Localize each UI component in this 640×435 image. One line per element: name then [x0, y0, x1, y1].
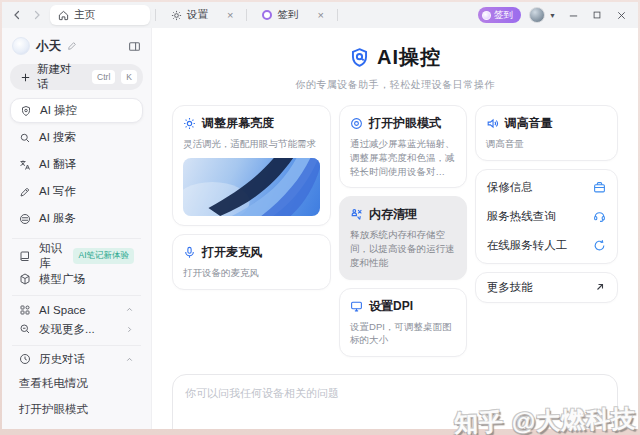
- pencil-icon[interactable]: [67, 41, 77, 51]
- card-title: 内存清理: [369, 206, 417, 223]
- history-item[interactable]: 查看耗电情况: [10, 370, 143, 396]
- user-avatar[interactable]: [529, 7, 545, 23]
- tab-settings[interactable]: 设置 ×: [163, 5, 241, 25]
- chevron-up-icon[interactable]: [125, 355, 134, 364]
- sidebar-item-label: 知识库: [39, 241, 63, 271]
- quick-action-label: 在线服务转人工: [487, 238, 568, 253]
- sidebar-item-ai-translate[interactable]: AI 翻译: [10, 152, 143, 177]
- sidebar-item-ai-space[interactable]: AI Space: [10, 301, 143, 318]
- quick-action-label: 服务热线查询: [487, 209, 556, 224]
- eye-icon: [350, 117, 363, 130]
- history-item[interactable]: 打开护眼模式: [10, 396, 143, 422]
- plus-icon: [20, 72, 31, 83]
- sidebar-item-label: AI 服务: [39, 211, 76, 226]
- sidebar-item-label: AI 写作: [39, 184, 76, 199]
- card-brightness[interactable]: 调整屏幕亮度 灵活调光，适配用眼与节能需求: [172, 105, 331, 226]
- card-dpi[interactable]: 设置DPI 设置DPI，可调整桌面图标的大小: [339, 288, 467, 358]
- kbd-k: K: [121, 70, 137, 84]
- sidebar-item-label: 发现更多...: [39, 322, 95, 337]
- sidebar-item-discover-more[interactable]: 发现更多...: [10, 320, 143, 337]
- sidebar-item-knowledge[interactable]: 知识库 AI笔记新体验: [10, 244, 143, 269]
- more-skills-card[interactable]: 更多技能: [475, 272, 618, 303]
- tab-checkin[interactable]: 签到 ×: [254, 5, 331, 25]
- card-title: 打开护眼模式: [369, 115, 441, 132]
- chevron-up-icon[interactable]: [125, 305, 134, 314]
- quick-action-hotline[interactable]: 服务热线查询: [476, 202, 617, 231]
- knowledge-icon: [19, 250, 31, 262]
- sidebar-item-ai-search[interactable]: AI 搜索: [10, 125, 143, 150]
- card-desc: 调高音量: [486, 137, 607, 151]
- card-title: 设置DPI: [369, 298, 413, 315]
- card-desc: 设置DPI，可调整桌面图标的大小: [350, 320, 456, 348]
- titlebar: 主页 设置 × 签到 × 签到 ▼: [2, 2, 638, 28]
- sidebar-item-ai-services[interactable]: AI 服务: [10, 206, 143, 231]
- sidebar-item-label: AI 搜索: [39, 130, 76, 145]
- quick-action-agent[interactable]: 在线服务转人工: [476, 231, 617, 260]
- sidebar-item-ai-control[interactable]: AI 操控: [10, 98, 143, 123]
- tab-home-label: 主页: [74, 8, 95, 22]
- ai-control-shield-icon: [349, 47, 370, 68]
- minimize-button[interactable]: [562, 6, 584, 24]
- tab-separator: [246, 9, 247, 21]
- gear-icon: [171, 10, 182, 21]
- home-icon: [58, 10, 69, 21]
- quick-action-label: 保修信息: [487, 180, 533, 195]
- maximize-button[interactable]: [586, 6, 608, 24]
- sidebar-item-label: 历史对话: [39, 352, 85, 367]
- card-desc: 打开设备的麦克风: [183, 266, 320, 280]
- divider: [12, 345, 141, 346]
- profile-avatar[interactable]: [12, 37, 30, 55]
- agent-transfer-icon: [593, 239, 606, 252]
- checkin-badge-label: 签到: [494, 9, 513, 22]
- main-content: AI操控 你的专属设备助手，轻松处理设备日常操作 调整屏幕亮度 灵活调光，适配用…: [152, 28, 638, 429]
- tab-close-icon[interactable]: ×: [317, 10, 323, 21]
- checkin-badge[interactable]: 签到: [478, 7, 521, 23]
- tab-home[interactable]: 主页: [50, 5, 150, 25]
- warranty-box-icon: [593, 181, 606, 194]
- speaker-icon: [486, 117, 499, 130]
- card-title: 调高音量: [505, 115, 553, 132]
- sidebar-item-ai-writing[interactable]: AI 写作: [10, 179, 143, 204]
- sidebar-item-history[interactable]: 历史对话: [10, 351, 143, 368]
- brightness-preview-image: [183, 158, 320, 216]
- memory-clean-icon: [350, 208, 363, 221]
- card-eye-mode[interactable]: 打开护眼模式 通过减少屏幕蓝光辐射、调整屏幕亮度和色温，减轻长时间使用设备对…: [339, 105, 467, 188]
- card-microphone[interactable]: 打开麦克风 打开设备的麦克风: [172, 234, 331, 290]
- forward-arrow-icon[interactable]: [28, 6, 46, 24]
- sidebar-item-label: AI 操控: [40, 103, 77, 118]
- tab-close-icon[interactable]: ×: [227, 10, 233, 21]
- quick-action-warranty[interactable]: 保修信息: [476, 173, 617, 202]
- services-icon: [19, 213, 31, 225]
- new-chat-label: 新建对话: [37, 62, 80, 92]
- quick-actions-card: 保修信息 服务热线查询: [475, 169, 618, 264]
- tab-separator: [337, 9, 338, 21]
- chevron-right-icon[interactable]: [125, 325, 134, 334]
- more-skills-label: 更多技能: [487, 280, 533, 295]
- page-subtitle: 你的专属设备助手，轻松处理设备日常操作: [152, 78, 638, 92]
- skill-card-grid: 调整屏幕亮度 灵活调光，适配用眼与节能需求: [172, 105, 618, 357]
- translate-icon: [19, 159, 31, 171]
- coin-icon: [482, 11, 491, 20]
- sidebar-item-model-plaza[interactable]: 模型广场: [10, 271, 143, 288]
- close-button[interactable]: [610, 6, 632, 24]
- pen-icon: [19, 186, 31, 198]
- card-volume[interactable]: 调高音量 调高音量: [475, 105, 618, 161]
- search-icon: [19, 132, 31, 144]
- watermark: 知乎 @大燃科技: [454, 403, 637, 435]
- card-title: 打开麦克风: [202, 244, 262, 261]
- brightness-icon: [183, 117, 196, 130]
- new-chat-button[interactable]: 新建对话 Ctrl K: [10, 64, 143, 90]
- monitor-icon: [350, 300, 363, 313]
- hotline-headset-icon: [593, 210, 606, 223]
- tab-separator: [155, 9, 156, 21]
- sidebar: 小天 新建对话 Ctrl K: [2, 28, 152, 429]
- clock-icon: [19, 353, 31, 365]
- app-window: 主页 设置 × 签到 × 签到 ▼: [2, 2, 638, 429]
- arrow-up-right-icon: [594, 281, 606, 293]
- chevron-down-icon[interactable]: ▼: [549, 12, 556, 19]
- panel-collapse-icon[interactable]: [128, 40, 141, 53]
- checkin-ring-icon: [262, 10, 272, 20]
- profile-row: 小天: [10, 35, 143, 55]
- card-memory-clean[interactable]: 内存清理 释放系统内存和存储空间，以提高设备的运行速度和性能: [339, 196, 467, 279]
- back-arrow-icon[interactable]: [8, 6, 26, 24]
